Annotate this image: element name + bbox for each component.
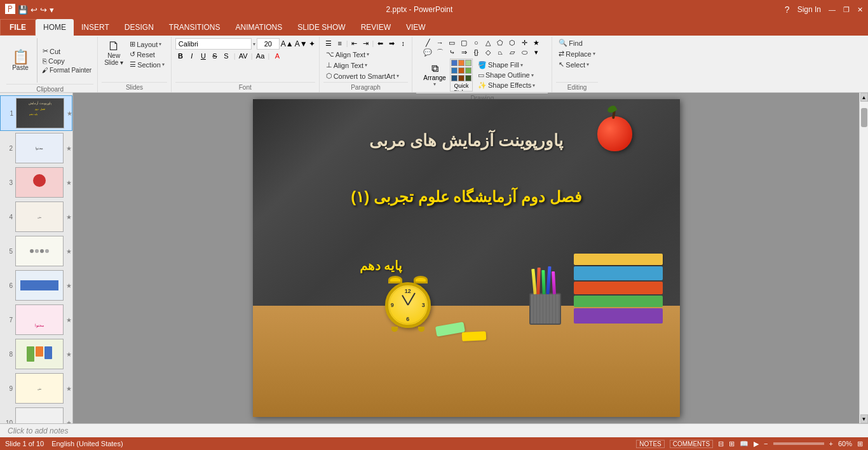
reading-view-button[interactable]: 📖 (740, 440, 749, 448)
zoom-out-button[interactable]: − (764, 440, 768, 447)
scroll-up-button[interactable]: ▲ (860, 93, 868, 102)
minimize-button[interactable]: — (829, 6, 836, 13)
quick-styles-button[interactable]: QuickStyles (450, 58, 473, 92)
select-button[interactable]: ↖ Select ▾ (556, 60, 592, 69)
text-shadow-button[interactable]: S (221, 51, 231, 61)
shape-diamond[interactable]: ◇ (482, 48, 494, 57)
close-button[interactable]: ✕ (857, 6, 863, 14)
tab-design[interactable]: DESIGN (117, 19, 161, 36)
slide-canvas[interactable]: پاورپوینت آزمایش های مربی فصل دوم آزمایش… (253, 99, 680, 417)
replace-button[interactable]: ⇄ Replace ▾ (556, 49, 597, 58)
slide-sorter-button[interactable]: ⊞ (729, 440, 735, 448)
shape-triangle[interactable]: △ (482, 38, 494, 47)
shape-connector[interactable]: ⤷ (446, 48, 458, 57)
notes-bar[interactable]: Click to add notes (0, 423, 868, 437)
increase-font-button[interactable]: A▲ (281, 39, 294, 48)
slide-thumb-6[interactable]: 6 ★ (0, 268, 72, 303)
font-color-button[interactable]: A (272, 51, 282, 61)
shape-brace[interactable]: {} (470, 48, 482, 57)
shape-curved[interactable]: ⌒ (434, 48, 445, 57)
line-spacing-button[interactable]: ↕ (398, 38, 408, 48)
shape-rect[interactable]: ▭ (446, 38, 458, 47)
tab-insert[interactable]: INSERT (74, 19, 117, 36)
col-right-button[interactable]: ➡ (386, 38, 397, 48)
decrease-indent-button[interactable]: ⇤ (349, 38, 360, 48)
clear-format-button[interactable]: ✦ (309, 39, 315, 48)
slide-thumb-7[interactable]: 7 محتوا ★ (0, 303, 72, 337)
font-name-dropdown[interactable]: ▾ (253, 41, 255, 47)
col-left-button[interactable]: ⬅ (375, 38, 385, 48)
layout-button[interactable]: ⊞ Layout ▾ (127, 39, 167, 49)
tab-transitions[interactable]: TRANSITIONS (161, 19, 228, 36)
char-spacing-button[interactable]: AV (238, 51, 248, 61)
strikethrough-button[interactable]: S (210, 51, 220, 61)
save-button[interactable]: 💾 (18, 5, 28, 15)
tab-home[interactable]: HOME (36, 19, 74, 36)
shape-fill-button[interactable]: 🪣 Shape Fill ▾ (475, 60, 538, 70)
normal-view-button[interactable]: ⊟ (718, 440, 724, 448)
slideshow-button[interactable]: ▶ (754, 440, 759, 448)
shape-parallelogram[interactable]: ▱ (506, 48, 518, 57)
fit-slide-button[interactable]: ⊞ (857, 440, 863, 448)
shape-outline-button[interactable]: ▭ Shape Outline ▾ (475, 71, 538, 80)
notes-toggle[interactable]: NOTES (636, 440, 664, 448)
tab-view[interactable]: VIEW (398, 19, 433, 36)
new-slide-button[interactable]: 🗋 New Slide ▾ (102, 38, 126, 67)
shape-cylinder[interactable]: ⬭ (519, 48, 530, 57)
shape-more[interactable]: ▾ (531, 48, 542, 57)
align-text-button[interactable]: ⊥ Align Text ▾ (323, 60, 370, 70)
numbering-button[interactable]: ≡ (335, 38, 345, 48)
bullets-button[interactable]: ☰ (323, 38, 334, 48)
cut-button[interactable]: ✂ Cut (40, 46, 93, 56)
scroll-thumb[interactable] (861, 108, 867, 127)
shape-trapezoid[interactable]: ⏢ (494, 48, 506, 57)
comments-toggle[interactable]: COMMENTS (670, 440, 713, 448)
shape-round-rect[interactable]: ▢ (458, 38, 470, 47)
notes-placeholder[interactable]: Click to add notes (8, 426, 68, 435)
slide-thumb-2[interactable]: 2 ‫محتوا ★ (0, 131, 72, 165)
zoom-in-button[interactable]: + (829, 440, 833, 447)
slide-thumb-8[interactable]: 8 ★ (0, 337, 72, 371)
shape-plus[interactable]: ✛ (519, 38, 530, 47)
zoom-slider[interactable] (773, 442, 824, 445)
shape-star[interactable]: ★ (531, 38, 542, 47)
underline-button[interactable]: U (198, 51, 208, 61)
reset-button[interactable]: ↺ Reset (127, 50, 167, 59)
shape-effects-button[interactable]: ✨ Shape Effects ▾ (475, 81, 538, 90)
slide-thumb-9[interactable]: 9 متن ★ (0, 371, 72, 406)
shape-oval[interactable]: ○ (470, 38, 482, 47)
shape-hex[interactable]: ⬡ (506, 38, 518, 47)
customize-button[interactable]: ▾ (50, 5, 54, 15)
decrease-font-button[interactable]: A▼ (295, 39, 308, 48)
italic-button[interactable]: I (187, 51, 197, 61)
copy-button[interactable]: ⎘ Copy (40, 57, 93, 65)
text-direction-button[interactable]: ⌥ Align Text ▾ (323, 50, 372, 59)
tab-file[interactable]: FILE (0, 19, 36, 36)
slide-thumb-3[interactable]: 3 ★ (0, 165, 72, 200)
bold-button[interactable]: B (175, 51, 186, 61)
tab-slideshow[interactable]: SLIDE SHOW (290, 19, 353, 36)
shape-line[interactable]: ╱ (422, 38, 433, 47)
shape-block-arrow[interactable]: ⇒ (458, 48, 470, 57)
font-size-input[interactable] (257, 38, 280, 50)
quick-access-toolbar[interactable]: 🅿 💾 ↩ ↪ ▾ (5, 4, 54, 15)
redo-button[interactable]: ↪ (40, 5, 47, 15)
slide-panel[interactable]: 1 پاورپوینت آزمایش فصل دوم پایه دهم ★ 2 … (0, 93, 73, 423)
section-button[interactable]: ☰ Section ▾ (127, 60, 167, 69)
find-button[interactable]: 🔍 Find (556, 38, 585, 48)
undo-button[interactable]: ↩ (31, 5, 37, 15)
change-case-button[interactable]: Aa (255, 51, 266, 61)
right-scrollbar[interactable]: ▲ ▼ (859, 93, 868, 423)
tab-review[interactable]: REVIEW (353, 19, 398, 36)
slide-thumb-5[interactable]: 5 ★ (0, 234, 72, 268)
sign-in-button[interactable]: Sign In (797, 5, 821, 14)
format-painter-button[interactable]: 🖌 Format Painter (40, 66, 93, 74)
increase-indent-button[interactable]: ⇥ (361, 38, 371, 48)
slide-thumb-10[interactable]: 10 ★ (0, 406, 72, 423)
arrange-button[interactable]: ⧉ Arrange ▾ (422, 62, 447, 88)
slide-thumb-1[interactable]: 1 پاورپوینت آزمایش فصل دوم پایه دهم ★ (0, 95, 72, 131)
convert-smartart-button[interactable]: ⬡ Convert to SmartArt ▾ (323, 71, 402, 81)
font-name-input[interactable] (175, 38, 252, 50)
shape-arrow[interactable]: → (434, 38, 445, 47)
paste-button[interactable]: 📋 Paste (6, 49, 34, 72)
